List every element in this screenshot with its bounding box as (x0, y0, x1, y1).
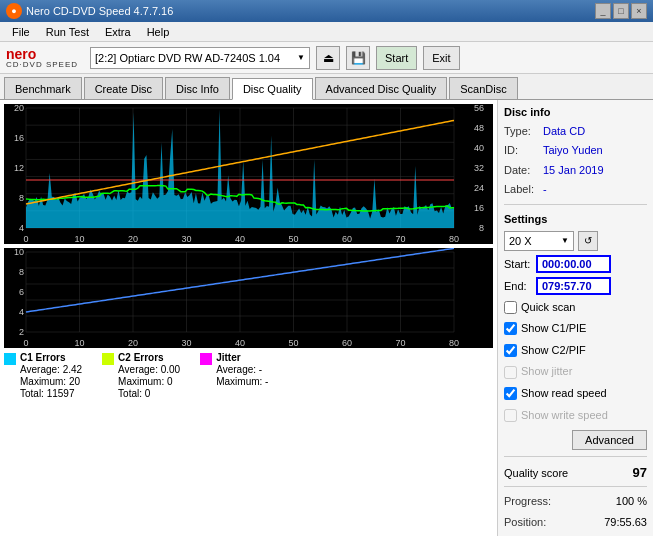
disc-id-row: ID: Taiyo Yuden (504, 143, 647, 158)
show-jitter-row: Show jitter (504, 363, 647, 381)
quality-score-label: Quality score (504, 467, 568, 479)
legend-jitter: Jitter Average: - Maximum: - (200, 352, 268, 399)
start-row: Start: 000:00.00 (504, 255, 647, 273)
c2-max: Maximum: 0 (118, 376, 180, 387)
menu-run-test[interactable]: Run Test (38, 24, 97, 40)
progress-row: Progress: 100 % (504, 493, 647, 510)
show-c2pif-row: Show C2/PIF (504, 342, 647, 360)
save-btn[interactable]: 💾 (346, 46, 370, 70)
app-icon: ● (6, 3, 22, 19)
nero-logo: nero CD·DVD SPEED (6, 47, 78, 69)
tab-benchmark[interactable]: Benchmark (4, 77, 82, 99)
divider-3 (504, 486, 647, 487)
c1-total: Total: 11597 (20, 388, 82, 399)
tab-create-disc[interactable]: Create Disc (84, 77, 163, 99)
advanced-button[interactable]: Advanced (572, 430, 647, 450)
menu-help[interactable]: Help (139, 24, 178, 40)
right-panel: Disc info Type: Data CD ID: Taiyo Yuden … (498, 100, 653, 536)
show-c1pie-row: Show C1/PIE (504, 320, 647, 338)
main-content: C1 Errors Average: 2.42 Maximum: 20 Tota… (0, 100, 653, 536)
title-bar: ● Nero CD-DVD Speed 4.7.7.16 _ □ × (0, 0, 653, 22)
quick-scan-checkbox[interactable] (504, 301, 517, 314)
jitter-avg: Average: - (216, 364, 268, 375)
show-write-speed-checkbox (504, 409, 517, 422)
show-c1pie-checkbox[interactable] (504, 322, 517, 335)
title-bar-text: Nero CD-DVD Speed 4.7.7.16 (26, 5, 173, 17)
divider-2 (504, 456, 647, 457)
end-time-field[interactable]: 079:57.70 (536, 277, 611, 295)
show-read-speed-checkbox[interactable] (504, 387, 517, 400)
disc-type-row: Type: Data CD (504, 124, 647, 139)
jitter-color-box (200, 353, 212, 365)
start-time-field[interactable]: 000:00.00 (536, 255, 611, 273)
quick-scan-row: Quick scan (504, 299, 647, 317)
menu-extra[interactable]: Extra (97, 24, 139, 40)
window-controls: _ □ × (595, 3, 647, 19)
toolbar: nero CD·DVD SPEED [2:2] Optiarc DVD RW A… (0, 42, 653, 74)
maximize-btn[interactable]: □ (613, 3, 629, 19)
show-write-speed-row: Show write speed (504, 407, 647, 425)
end-row: End: 079:57.70 (504, 277, 647, 295)
c2-avg: Average: 0.00 (118, 364, 180, 375)
show-read-speed-row: Show read speed (504, 385, 647, 403)
close-btn[interactable]: × (631, 3, 647, 19)
quality-score-row: Quality score 97 (504, 465, 647, 480)
upper-chart (4, 104, 493, 244)
position-row: Position: 79:55.63 (504, 514, 647, 531)
exit-button[interactable]: Exit (423, 46, 459, 70)
divider-1 (504, 204, 647, 205)
eject-btn[interactable]: ⏏ (316, 46, 340, 70)
drive-select[interactable]: [2:2] Optiarc DVD RW AD-7240S 1.04 ▼ (90, 47, 310, 69)
tab-advanced-disc-quality[interactable]: Advanced Disc Quality (315, 77, 448, 99)
start-button[interactable]: Start (376, 46, 417, 70)
menu-file[interactable]: File (4, 24, 38, 40)
chart-legend: C1 Errors Average: 2.42 Maximum: 20 Tota… (4, 348, 493, 403)
refresh-button[interactable]: ↺ (578, 231, 598, 251)
legend-c1: C1 Errors Average: 2.42 Maximum: 20 Tota… (4, 352, 82, 399)
speed-select-arrow: ▼ (561, 236, 569, 245)
disc-date-row: Date: 15 Jan 2019 (504, 163, 647, 178)
jitter-max: Maximum: - (216, 376, 268, 387)
tab-bar: Benchmark Create Disc Disc Info Disc Qua… (0, 74, 653, 100)
quality-score-value: 97 (633, 465, 647, 480)
legend-c2: C2 Errors Average: 0.00 Maximum: 0 Total… (102, 352, 180, 399)
speed-select[interactable]: 20 X ▼ (504, 231, 574, 251)
show-jitter-checkbox (504, 366, 517, 379)
lower-chart (4, 248, 493, 348)
speed-settings-row: 20 X ▼ ↺ (504, 231, 647, 251)
c2-color-box (102, 353, 114, 365)
tab-scandisc[interactable]: ScanDisc (449, 77, 517, 99)
c1-max: Maximum: 20 (20, 376, 82, 387)
minimize-btn[interactable]: _ (595, 3, 611, 19)
c2-total: Total: 0 (118, 388, 180, 399)
show-c2pif-checkbox[interactable] (504, 344, 517, 357)
tab-disc-quality[interactable]: Disc Quality (232, 78, 313, 100)
drive-select-arrow: ▼ (297, 53, 305, 62)
menu-bar: File Run Test Extra Help (0, 22, 653, 42)
chart-area: C1 Errors Average: 2.42 Maximum: 20 Tota… (0, 100, 498, 536)
settings-title: Settings (504, 213, 647, 225)
c1-avg: Average: 2.42 (20, 364, 82, 375)
disc-label-row: Label: - (504, 182, 647, 197)
disc-info-title: Disc info (504, 106, 647, 118)
c1-color-box (4, 353, 16, 365)
tab-disc-info[interactable]: Disc Info (165, 77, 230, 99)
